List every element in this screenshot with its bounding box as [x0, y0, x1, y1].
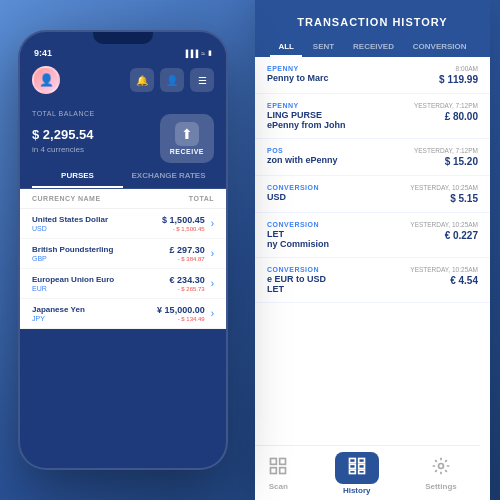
profile-icon[interactable]: 👤: [160, 68, 184, 92]
nav-scan[interactable]: Scan: [256, 452, 300, 495]
tx-value-5: 0.227: [453, 230, 478, 241]
tx-desc-5: LET ny Commision: [267, 229, 410, 249]
tx-currency-5: €: [445, 230, 451, 241]
tab-purses[interactable]: PURSES: [32, 171, 123, 188]
tx-title: TRANSACTION HISTORY: [269, 16, 476, 28]
purse-name-gbp: British Poundsterling: [32, 245, 113, 254]
tx-amount-6: € 4.54: [410, 275, 478, 286]
purse-change-gbp: - $ 384.87: [170, 256, 205, 262]
purse-change-eur: - $ 265.73: [170, 286, 205, 292]
filter-sent[interactable]: SENT: [305, 38, 342, 57]
tx-time-6: YESTERDAY, 10:25AM: [410, 266, 478, 273]
tx-left-2: EPENNY LING PURSE ePenny from John: [267, 102, 414, 130]
tx-list: EPENNY Penny to Marc 8:00AM $ 119.99 EPE…: [255, 57, 490, 442]
tx-time-1: 8:00AM: [439, 65, 478, 72]
tx-source-5: CONVERSION: [267, 221, 410, 228]
purses-section: CURRENCY NAME TOTAL United States Dollar…: [20, 189, 226, 329]
receive-label: RECEIVE: [170, 148, 204, 155]
purse-total-usd: $ 1,500.45: [162, 215, 205, 225]
purse-row-usd[interactable]: United States Dollar USD $ 1,500.45 - $ …: [20, 209, 226, 239]
filter-all[interactable]: ALL: [270, 38, 302, 57]
scan-icon: [268, 456, 288, 480]
purse-right-gbp: £ 297.30 - $ 384.87 ›: [170, 245, 214, 262]
filter-received[interactable]: RECEIVED: [345, 38, 402, 57]
tx-item-4[interactable]: CONVERSION USD YESTERDAY, 10:25AM $ 5.15: [255, 176, 490, 213]
svg-rect-7: [358, 464, 364, 468]
tx-value-4: 5.15: [459, 193, 478, 204]
tx-item-5[interactable]: CONVERSION LET ny Commision YESTERDAY, 1…: [255, 213, 490, 258]
tx-currency-2: £: [445, 111, 451, 122]
svg-rect-6: [349, 464, 355, 468]
filter-conversion[interactable]: CONVERSION: [405, 38, 475, 57]
svg-rect-9: [358, 470, 364, 473]
bottom-nav: Scan History Settings: [255, 445, 480, 500]
tab-exchange-rates[interactable]: EXCHANGE RATES: [123, 171, 214, 188]
svg-rect-5: [358, 458, 364, 462]
bell-icon[interactable]: 🔔: [130, 68, 154, 92]
tx-desc-3: zon with ePenny: [267, 155, 414, 165]
tx-source-1: EPENNY: [267, 65, 439, 72]
balance-label: TOTAL BALANCE: [32, 110, 95, 117]
purse-row-jpy[interactable]: Japanese Yen JPY ¥ 15,000.00 - $ 134.49 …: [20, 299, 226, 329]
status-bar: 9:41 ▐▐▐ ≈ ▮: [20, 44, 226, 60]
tx-right-5: YESTERDAY, 10:25AM € 0.227: [410, 221, 478, 241]
purse-code-jpy: JPY: [32, 315, 85, 322]
tx-amount-1: $ 119.99: [439, 74, 478, 85]
tx-item-6[interactable]: CONVERSION e EUR to USD LET YESTERDAY, 1…: [255, 258, 490, 303]
tx-desc-2: LING PURSE ePenny from John: [267, 110, 414, 130]
tx-desc5b: ny Commision: [267, 239, 410, 249]
tx-item-3[interactable]: POS zon with ePenny YESTERDAY, 7:12PM $ …: [255, 139, 490, 176]
tx-time-4: YESTERDAY, 10:25AM: [410, 184, 478, 191]
purse-name-eur: European Union Euro: [32, 275, 114, 284]
tx-amount-3: $ 15.20: [414, 156, 478, 167]
svg-rect-0: [271, 458, 277, 464]
history-label: History: [343, 486, 371, 495]
tx-right-3: YESTERDAY, 7:12PM $ 15.20: [414, 147, 478, 167]
svg-rect-1: [280, 458, 286, 464]
scan-label: Scan: [269, 482, 288, 491]
balance-section: TOTAL BALANCE $ 2,295.54 in 4 currencies…: [20, 102, 226, 163]
purse-code-usd: USD: [32, 225, 108, 232]
purse-total-eur: € 234.30: [170, 275, 205, 285]
tx-desc5a: LET: [267, 229, 410, 239]
svg-rect-2: [271, 467, 277, 473]
purse-arrow-usd: ›: [211, 218, 214, 229]
nav-settings[interactable]: Settings: [413, 452, 469, 495]
purse-right-eur: € 234.30 - $ 265.73 ›: [170, 275, 214, 292]
wifi-icon: ≈: [201, 50, 205, 57]
receive-button[interactable]: ⬆ RECEIVE: [160, 114, 214, 163]
balance-subtitle: in 4 currencies: [32, 145, 95, 154]
settings-icon: [431, 456, 451, 480]
phone-mockup: 9:41 ▐▐▐ ≈ ▮ 👤 🔔 👤 ☰ TOTAL BALANCE $ 2,2…: [18, 30, 228, 470]
balance-whole: $ 2,295: [32, 127, 75, 142]
avatar[interactable]: 👤: [32, 66, 60, 94]
purse-row-gbp[interactable]: British Poundsterling GBP £ 297.30 - $ 3…: [20, 239, 226, 269]
menu-icon[interactable]: ☰: [190, 68, 214, 92]
tx-currency-3: $: [445, 156, 451, 167]
purse-total-jpy: ¥ 15,000.00: [157, 305, 205, 315]
purse-right-jpy: ¥ 15,000.00 - $ 134.49 ›: [157, 305, 214, 322]
tx-right-6: YESTERDAY, 10:25AM € 4.54: [410, 266, 478, 286]
tx-currency-4: $: [450, 193, 456, 204]
transaction-panel: TRANSACTION HISTORY ALL SENT RECEIVED CO…: [255, 0, 490, 500]
svg-rect-4: [349, 458, 355, 462]
currency-name-header: CURRENCY NAME: [32, 195, 101, 202]
header-icons: 🔔 👤 ☰: [130, 68, 214, 92]
history-icon: [347, 462, 367, 479]
tx-value-1: 119.99: [447, 74, 478, 85]
tx-desc2b: ePenny from John: [267, 120, 414, 130]
tx-header: TRANSACTION HISTORY ALL SENT RECEIVED CO…: [255, 0, 490, 57]
purse-row-eur[interactable]: European Union Euro EUR € 234.30 - $ 265…: [20, 269, 226, 299]
status-time: 9:41: [34, 48, 52, 58]
tx-right-2: YESTERDAY, 7:12PM £ 80.00: [414, 102, 478, 122]
tx-item-1[interactable]: EPENNY Penny to Marc 8:00AM $ 119.99: [255, 57, 490, 94]
nav-history[interactable]: History: [323, 448, 391, 499]
purse-arrow-jpy: ›: [211, 308, 214, 319]
balance-amount: $ 2,295.54: [32, 117, 95, 143]
tx-left-3: POS zon with ePenny: [267, 147, 414, 165]
tx-source-6: CONVERSION: [267, 266, 410, 273]
tx-amount-2: £ 80.00: [414, 111, 478, 122]
tx-left-6: CONVERSION e EUR to USD LET: [267, 266, 410, 294]
tx-item-2[interactable]: EPENNY LING PURSE ePenny from John YESTE…: [255, 94, 490, 139]
phone-notch: [93, 32, 153, 44]
